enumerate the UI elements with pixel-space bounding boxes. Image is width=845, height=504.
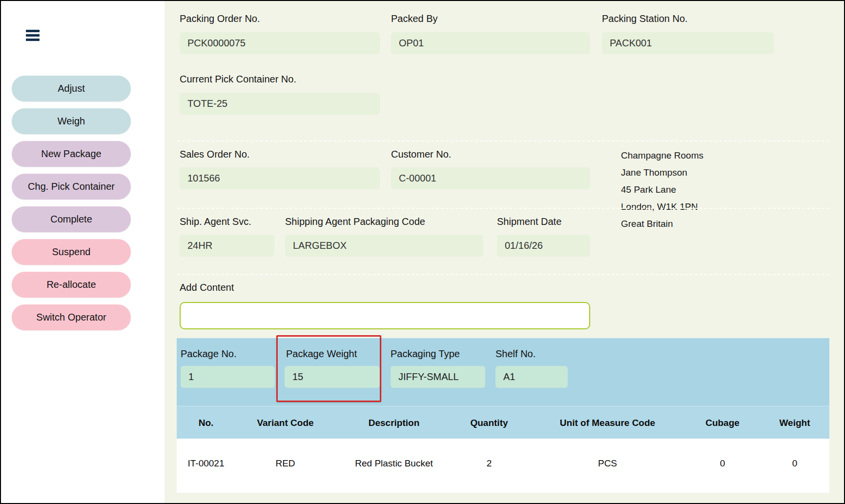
package-weight-highlight [276,335,381,402]
complete-button[interactable]: Complete [12,206,131,232]
ship-agent-packaging-field[interactable]: LARGEBOX [285,235,483,257]
packing-order-label: Packing Order No. [180,13,260,24]
packaging-type-label: Packaging Type [391,348,460,360]
ship-agent-packaging-label: Shipping Agent Packaging Code [285,216,425,227]
pick-container-label: Current Pick Container No. [180,74,296,85]
add-content-input[interactable] [180,302,590,329]
lines-table-body: IT-00021 RED Red Plastic Bucket 2 PCS 0 … [177,439,829,493]
sales-order-field[interactable]: 101566 [180,167,380,189]
column-header-cubage: Cubage [691,406,754,439]
sidebar: Adjust Weigh New Package Chg. Pick Conta… [1,1,165,503]
add-content-label: Add Content [180,282,234,293]
address-line: Great Britain [621,215,703,232]
column-header-weight: Weight [763,406,826,439]
hamburger-menu-icon[interactable] [26,30,40,41]
package-fields-section: Package No. 1 Package Weight 15 Packagin… [177,338,829,406]
column-header-variant: Variant Code [245,406,326,439]
shipment-date-label: Shipment Date [497,216,561,227]
column-header-qty: Quantity [457,406,521,439]
cell-description: Red Plastic Bucket [350,439,438,493]
cell-item-no: IT-00021 [179,439,233,493]
sidebar-button-stack: Adjust Weigh New Package Chg. Pick Conta… [12,76,131,330]
cell-uom: PCS [553,439,662,493]
hamburger-bar [26,39,40,41]
ship-agent-svc-label: Ship. Agent Svc. [180,216,251,227]
packing-station-screen: Adjust Weigh New Package Chg. Pick Conta… [0,0,845,504]
address-line: London, W1K 1PN [621,198,703,215]
new-package-button[interactable]: New Package [12,141,131,167]
ship-agent-svc-field[interactable]: 24HR [180,235,274,257]
packing-station-field[interactable]: PACK001 [602,32,774,54]
cell-cubage: 0 [691,439,754,493]
address-line: Jane Thompson [621,164,703,181]
hamburger-bar [26,30,40,32]
column-header-uom: Unit of Measure Code [553,406,662,439]
cell-quantity: 2 [457,439,521,493]
customer-no-label: Customer No. [391,149,451,160]
customer-no-field[interactable]: C-00001 [391,167,590,189]
pick-container-field[interactable]: TOTE-25 [180,93,380,115]
package-panel: Package No. 1 Package Weight 15 Packagin… [177,338,829,493]
packing-station-label: Packing Station No. [602,13,688,24]
switch-operator-button[interactable]: Switch Operator [12,304,131,330]
section-divider [177,141,829,141]
hamburger-bar [26,34,40,37]
packed-by-field[interactable]: OP01 [391,32,590,54]
address-line: 45 Park Lane [621,181,703,198]
sales-order-label: Sales Order No. [180,149,249,160]
address-line: Champagne Rooms [621,147,703,164]
column-header-no: No. [179,406,233,439]
adjust-button[interactable]: Adjust [12,76,131,101]
shelf-no-field[interactable]: A1 [495,366,568,388]
cell-weight: 0 [763,439,826,493]
shelf-no-label: Shelf No. [495,348,536,360]
packaging-type-field[interactable]: JIFFY-SMALL [391,366,485,388]
column-header-desc: Description [350,406,438,439]
package-no-field[interactable]: 1 [181,366,275,388]
section-divider [177,274,829,275]
section-divider [177,208,829,209]
ship-to-address-block: Champagne Rooms Jane Thompson 45 Park La… [621,147,703,232]
table-row[interactable]: IT-00021 RED Red Plastic Bucket 2 PCS 0 … [177,439,829,493]
weigh-button[interactable]: Weigh [12,108,131,134]
shipment-date-field[interactable]: 01/16/26 [497,235,590,257]
packed-by-label: Packed By [391,13,438,24]
chg-pick-container-button[interactable]: Chg. Pick Container [12,174,131,200]
package-no-label: Package No. [181,348,237,360]
reallocate-button[interactable]: Re-allocate [12,272,131,298]
suspend-button[interactable]: Suspend [12,239,131,265]
packing-order-field[interactable]: PCK0000075 [180,32,380,54]
cell-variant: RED [245,439,326,493]
lines-table-header: No. Variant Code Description Quantity Un… [177,406,829,439]
